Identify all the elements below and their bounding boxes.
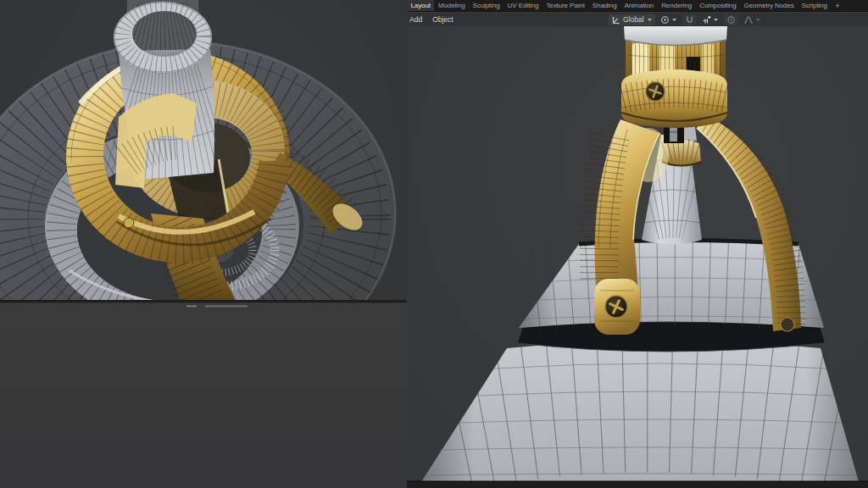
snap-magnet-icon [685, 15, 694, 25]
cage-top-ring [624, 26, 727, 46]
tab-compositing[interactable]: Compositing [696, 0, 740, 11]
blender-screenshot: Layout Modeling Sculpting UV Editing Tex… [0, 0, 868, 488]
tab-scripting[interactable]: Scripting [798, 0, 831, 11]
snap-toggle[interactable] [682, 14, 697, 25]
snap-target-dropdown[interactable] [699, 14, 721, 25]
tab-geometry-nodes[interactable]: Geometry Nodes [740, 0, 798, 11]
tab-modeling[interactable]: Modeling [434, 0, 469, 11]
proportional-editing-toggle[interactable] [724, 14, 738, 25]
tab-layout[interactable]: Layout [407, 0, 434, 11]
horizon-line [0, 300, 407, 303]
orientation-axes-icon [611, 15, 620, 25]
blender-window: Layout Modeling Sculpting UV Editing Tex… [407, 0, 868, 488]
tab-texture-paint[interactable]: Texture Paint [542, 0, 588, 11]
object-menu[interactable]: Object [427, 15, 459, 24]
chevron-down-icon [713, 17, 719, 22]
add-menu[interactable]: Add [407, 15, 427, 24]
left-viewport-render [0, 0, 407, 488]
add-workspace-button[interactable]: + [831, 0, 843, 11]
gold-collar-ring [621, 69, 727, 128]
pivot-point-dropdown[interactable] [658, 14, 680, 25]
chevron-down-icon [647, 17, 653, 22]
workspace-tabbar: Layout Modeling Sculpting UV Editing Tex… [407, 0, 868, 12]
viewport-3d[interactable] [407, 26, 868, 488]
snap-target-icon [702, 15, 711, 25]
chevron-down-icon [671, 17, 677, 22]
viewport-header-controls: Global [609, 13, 764, 26]
left-render-view[interactable] [0, 0, 407, 488]
ring-bolt [124, 218, 134, 228]
pivot-point-icon [660, 15, 670, 25]
bottom-strip [407, 482, 868, 488]
chevron-down-icon [755, 17, 761, 22]
tab-uv-editing[interactable]: UV Editing [504, 0, 542, 11]
strap-screw [781, 318, 794, 331]
tab-shading[interactable]: Shading [588, 0, 620, 11]
right-viewport-render [407, 26, 868, 488]
falloff-curve-icon [743, 15, 754, 25]
orientation-value: Global [622, 15, 645, 24]
transform-orientation-dropdown[interactable]: Global [609, 14, 655, 25]
proportional-editing-icon [726, 15, 736, 25]
proportional-falloff-dropdown[interactable] [741, 14, 764, 25]
left-floor [0, 303, 407, 488]
tab-rendering[interactable]: Rendering [658, 0, 696, 11]
viewport-header: Add Object Global [407, 13, 868, 26]
tab-sculpting[interactable]: Sculpting [469, 0, 504, 11]
tab-animation[interactable]: Animation [620, 0, 658, 11]
